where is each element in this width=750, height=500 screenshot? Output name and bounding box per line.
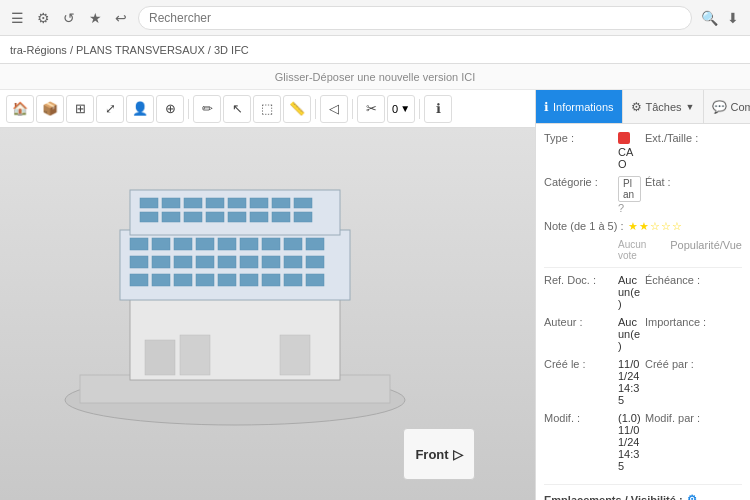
svg-rect-38 — [272, 198, 290, 208]
divider-2 — [544, 484, 742, 485]
counter-down-icon[interactable]: ▼ — [400, 103, 410, 114]
svg-rect-27 — [218, 274, 236, 286]
divider-1 — [544, 267, 742, 268]
browser-download-icon[interactable]: ⬇ — [724, 9, 742, 27]
svg-rect-40 — [140, 212, 158, 222]
ref-echeance-row: Ref. Doc. : Aucun(e) Échéance : — [544, 274, 742, 316]
star-icon[interactable]: ★ — [86, 9, 104, 27]
panel-tabs: ℹ Informations ⚙ Tâches ▼ 💬 Commentai... — [536, 90, 750, 124]
tab-informations[interactable]: ℹ Informations — [536, 90, 623, 123]
circle-plus-button[interactable]: ⊕ — [156, 95, 184, 123]
home-button[interactable]: 🏠 — [6, 95, 34, 123]
tab-taches-label: Tâches — [646, 101, 682, 113]
note-row: Note (de 1 à 5) : ★★☆☆☆ — [544, 220, 742, 233]
svg-rect-24 — [152, 274, 170, 286]
breadcrumb-text: tra-Régions / PLANS TRANSVERSAUX / 3D IF… — [10, 44, 249, 56]
building-model — [50, 160, 400, 440]
ext-taille-label: Ext./Taille : — [645, 132, 715, 144]
3d-box-button[interactable]: 📦 — [36, 95, 64, 123]
svg-rect-32 — [140, 198, 158, 208]
3d-scene[interactable]: Front ▷ — [0, 128, 535, 500]
svg-rect-10 — [240, 238, 258, 250]
tab-taches[interactable]: ⚙ Tâches ▼ — [623, 90, 704, 123]
menu-icon[interactable]: ☰ — [8, 9, 26, 27]
stars-display[interactable]: ★★☆☆☆ — [628, 220, 683, 232]
select-box-button[interactable]: ⬚ — [253, 95, 281, 123]
expand-button[interactable]: ⤢ — [96, 95, 124, 123]
emplacements-title: Emplacements / Visibilité : ⚙ — [544, 493, 742, 500]
svg-rect-37 — [250, 198, 268, 208]
svg-rect-48 — [145, 340, 175, 375]
svg-rect-19 — [240, 256, 258, 268]
panel-content: Type : CAO Ext./Taille : — [536, 124, 750, 500]
scissors-button[interactable]: ✂ — [357, 95, 385, 123]
back-button[interactable]: ◁ — [320, 95, 348, 123]
toolbar-counter[interactable]: 0 ▼ — [387, 95, 415, 123]
categorie-label: Catégorie : — [544, 176, 614, 188]
categorie-value: Plan ? — [618, 176, 641, 214]
toolbar-separator-2 — [315, 99, 316, 119]
svg-rect-33 — [162, 198, 180, 208]
svg-rect-14 — [130, 256, 148, 268]
ext-taille-row: Ext./Taille : — [645, 132, 742, 144]
settings-icon[interactable]: ⚙ — [34, 9, 52, 27]
svg-rect-41 — [162, 212, 180, 222]
tab-commentaires-label: Commentai... — [731, 101, 750, 113]
svg-rect-47 — [294, 212, 312, 222]
browser-search-input[interactable] — [138, 6, 692, 30]
ruler-button[interactable]: 📏 — [283, 95, 311, 123]
browser-search-icon[interactable]: 🔍 — [700, 9, 718, 27]
cree-row: Créé le : 11/01/24 14:35 Créé par : — [544, 358, 742, 412]
categorie-col: Catégorie : Plan ? — [544, 176, 641, 220]
svg-rect-7 — [174, 238, 192, 250]
svg-rect-50 — [280, 335, 310, 375]
toolbar-separator-4 — [419, 99, 420, 119]
viewer-area: 🏠 📦 ⊞ ⤢ 👤 ⊕ ✏ ↖ ⬚ 📏 ◁ ✂ 0 ▼ — [0, 90, 535, 500]
breadcrumb: tra-Régions / PLANS TRANSVERSAUX / 3D IF… — [0, 36, 750, 64]
svg-rect-17 — [196, 256, 214, 268]
taches-tab-icon: ⚙ — [631, 100, 642, 114]
svg-rect-28 — [240, 274, 258, 286]
main-content: 🏠 📦 ⊞ ⤢ 👤 ⊕ ✏ ↖ ⬚ 📏 ◁ ✂ 0 ▼ — [0, 90, 750, 500]
counter-value: 0 — [392, 103, 398, 115]
user-button[interactable]: 👤 — [126, 95, 154, 123]
svg-rect-42 — [184, 212, 202, 222]
undo-icon[interactable]: ↩ — [112, 9, 130, 27]
help-icon[interactable]: ? — [618, 202, 624, 214]
front-label: Front ▷ — [403, 428, 475, 480]
auteur-label: Auteur : — [544, 316, 614, 328]
auteur-importance-row: Auteur : Aucun(e) Importance : — [544, 316, 742, 358]
right-panel: ℹ Informations ⚙ Tâches ▼ 💬 Commentai... — [535, 90, 750, 500]
ref-doc-label: Ref. Doc. : — [544, 274, 614, 286]
svg-rect-11 — [262, 238, 280, 250]
refresh-icon[interactable]: ↺ — [60, 9, 78, 27]
svg-rect-44 — [228, 212, 246, 222]
svg-rect-26 — [196, 274, 214, 286]
cursor-button[interactable]: ↖ — [223, 95, 251, 123]
cree-par-label: Créé par : — [645, 358, 715, 370]
pencil-button[interactable]: ✏ — [193, 95, 221, 123]
info-button[interactable]: ℹ — [424, 95, 452, 123]
svg-rect-29 — [262, 274, 280, 286]
svg-rect-49 — [180, 335, 210, 375]
toolbar-separator-3 — [352, 99, 353, 119]
grid-button[interactable]: ⊞ — [66, 95, 94, 123]
svg-rect-16 — [174, 256, 192, 268]
ref-doc-value: Aucun(e) — [618, 274, 641, 310]
modif-value: (1.0) 11/01/24 14:35 — [618, 412, 641, 472]
svg-rect-8 — [196, 238, 214, 250]
upload-bar[interactable]: Glisser-Déposer une nouvelle version ICI — [0, 64, 750, 90]
no-vote-row: Aucun vote Popularité/Vue — [544, 239, 742, 261]
front-label-text: Front — [415, 447, 448, 462]
type-value: CAO — [618, 132, 641, 170]
tab-informations-label: Informations — [553, 101, 614, 113]
svg-rect-13 — [306, 238, 324, 250]
etat-label: État : — [645, 176, 715, 188]
app-container: tra-Régions / PLANS TRANSVERSAUX / 3D IF… — [0, 36, 750, 500]
note-value: ★★☆☆☆ — [628, 220, 743, 233]
tab-commentaires[interactable]: 💬 Commentai... — [704, 90, 750, 123]
cree-le-value: 11/01/24 14:35 — [618, 358, 641, 406]
type-ext-row: Type : CAO Ext./Taille : — [544, 132, 742, 176]
emplacements-icon[interactable]: ⚙ — [687, 493, 697, 500]
toolbar-separator-1 — [188, 99, 189, 119]
